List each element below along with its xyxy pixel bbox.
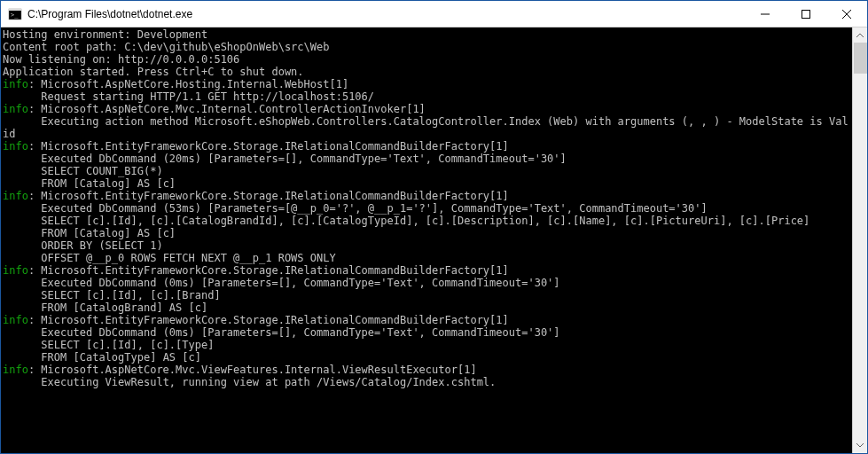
console-line: Request starting HTTP/1.1 GET http://loc… bbox=[3, 90, 850, 103]
console-area: Hosting environment: DevelopmentContent … bbox=[1, 27, 867, 453]
svg-text:>_: >_ bbox=[11, 12, 19, 19]
log-level-info: info bbox=[3, 190, 28, 202]
console-line: FROM [Catalog] AS [c] bbox=[3, 227, 850, 239]
console-line: Executed DbCommand (53ms) [Parameters=[@… bbox=[3, 202, 850, 215]
console-line: Executed DbCommand (0ms) [Parameters=[],… bbox=[3, 326, 850, 339]
console-line: Executed DbCommand (20ms) [Parameters=[]… bbox=[3, 153, 850, 165]
svg-rect-1 bbox=[9, 9, 21, 11]
window-title: C:\Program Files\dotnet\dotnet.exe bbox=[27, 1, 745, 27]
console-line: ORDER BY (SELECT 1) bbox=[3, 239, 850, 252]
console-line: Executing action method Microsoft.eShopW… bbox=[3, 115, 850, 140]
console-line: FROM [CatalogBrand] AS [c] bbox=[3, 301, 850, 314]
console-line: FROM [CatalogType] AS [c] bbox=[3, 351, 850, 364]
console-line: Now listening on: http://0.0.0.0:5106 bbox=[3, 53, 850, 66]
console-line: info: Microsoft.AspNetCore.Mvc.ViewFeatu… bbox=[3, 364, 850, 376]
log-level-info: info bbox=[3, 314, 28, 326]
console-line: SELECT [c].[Id], [c].[CatalogBrandId], [… bbox=[3, 215, 850, 227]
log-level-info: info bbox=[3, 264, 28, 277]
scroll-up-arrow[interactable] bbox=[853, 27, 867, 43]
console-line: SELECT COUNT_BIG(*) bbox=[3, 165, 850, 177]
maximize-button[interactable] bbox=[786, 1, 826, 27]
console-line: Executing ViewResult, running view at pa… bbox=[3, 376, 850, 388]
console-line: info: Microsoft.EntityFrameworkCore.Stor… bbox=[3, 140, 850, 153]
svg-rect-4 bbox=[802, 10, 810, 18]
minimize-button[interactable] bbox=[745, 1, 786, 27]
close-button[interactable] bbox=[826, 1, 867, 27]
console-line: SELECT [c].[Id], [c].[Brand] bbox=[3, 289, 850, 301]
window-controls bbox=[745, 1, 867, 27]
console-line: OFFSET @__p_0 ROWS FETCH NEXT @__p_1 ROW… bbox=[3, 252, 850, 264]
console-output[interactable]: Hosting environment: DevelopmentContent … bbox=[1, 27, 852, 453]
console-line: info: Microsoft.EntityFrameworkCore.Stor… bbox=[3, 314, 850, 326]
console-line: Application started. Press Ctrl+C to shu… bbox=[3, 66, 850, 78]
console-line: info: Microsoft.AspNetCore.Mvc.Internal.… bbox=[3, 103, 850, 115]
titlebar[interactable]: >_ C:\Program Files\dotnet\dotnet.exe bbox=[1, 1, 867, 27]
console-line: Hosting environment: Development bbox=[3, 28, 850, 41]
scroll-thumb[interactable] bbox=[854, 43, 867, 74]
console-line: info: Microsoft.EntityFrameworkCore.Stor… bbox=[3, 190, 850, 202]
vertical-scrollbar[interactable] bbox=[852, 27, 867, 453]
console-line: FROM [Catalog] AS [c] bbox=[3, 177, 850, 190]
console-line: info: Microsoft.AspNetCore.Hosting.Inter… bbox=[3, 78, 850, 90]
log-level-info: info bbox=[3, 140, 28, 153]
console-line: Content root path: C:\dev\github\eShopOn… bbox=[3, 41, 850, 53]
log-level-info: info bbox=[3, 103, 28, 115]
console-line: Executed DbCommand (0ms) [Parameters=[],… bbox=[3, 277, 850, 289]
app-icon: >_ bbox=[8, 7, 22, 21]
console-line: SELECT [c].[Id], [c].[Type] bbox=[3, 339, 850, 351]
scroll-down-arrow[interactable] bbox=[853, 438, 867, 453]
log-level-info: info bbox=[3, 364, 28, 376]
log-level-info: info bbox=[3, 78, 28, 90]
console-line: info: Microsoft.EntityFrameworkCore.Stor… bbox=[3, 264, 850, 277]
